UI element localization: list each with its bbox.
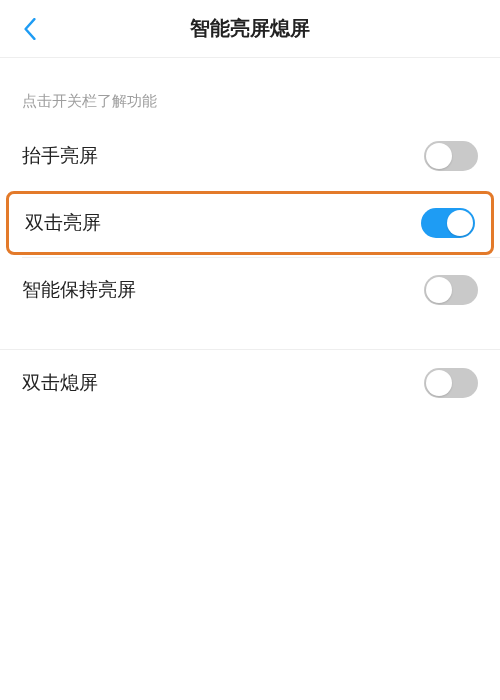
toggle-knob [426, 277, 452, 303]
toggle-knob [426, 143, 452, 169]
toggle-raise-to-wake[interactable] [424, 141, 478, 171]
toggle-knob [426, 370, 452, 396]
setting-raise-to-wake[interactable]: 抬手亮屏 [0, 123, 500, 189]
section-hint: 点击开关栏了解功能 [0, 58, 500, 123]
setting-label: 双击熄屏 [22, 370, 98, 396]
toggle-smart-stay[interactable] [424, 275, 478, 305]
setting-double-tap-sleep[interactable]: 双击熄屏 [0, 350, 500, 416]
toggle-double-tap-wake[interactable] [421, 208, 475, 238]
chevron-left-icon [23, 18, 37, 40]
toggle-double-tap-sleep[interactable] [424, 368, 478, 398]
setting-smart-stay[interactable]: 智能保持亮屏 [0, 257, 500, 323]
setting-label: 智能保持亮屏 [22, 277, 136, 303]
toggle-knob [447, 210, 473, 236]
group-spacer [0, 323, 500, 349]
page-title: 智能亮屏熄屏 [190, 15, 310, 42]
setting-double-tap-wake[interactable]: 双击亮屏 [6, 191, 494, 255]
header: 智能亮屏熄屏 [0, 0, 500, 58]
setting-label: 抬手亮屏 [22, 143, 98, 169]
setting-label: 双击亮屏 [25, 210, 101, 236]
back-button[interactable] [18, 17, 42, 41]
settings-list-2: 双击熄屏 [0, 349, 500, 416]
settings-list-1: 抬手亮屏 双击亮屏 智能保持亮屏 [0, 123, 500, 323]
